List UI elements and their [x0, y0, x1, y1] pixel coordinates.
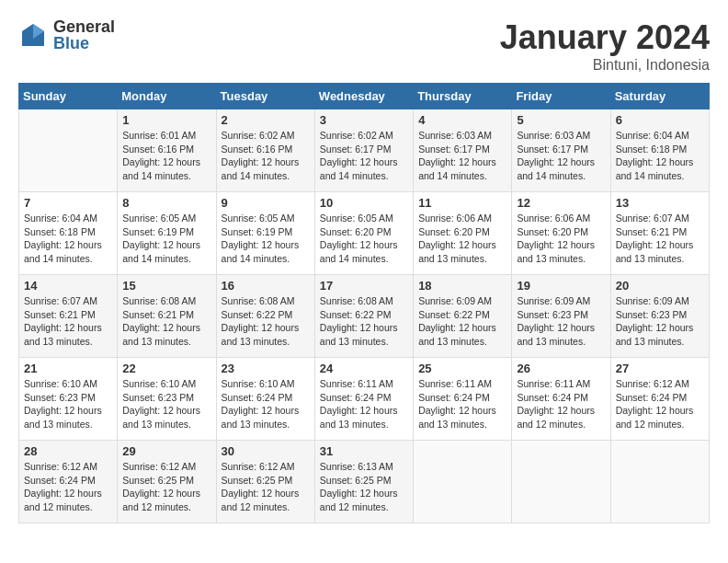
day-info: Sunrise: 6:08 AM Sunset: 6:22 PM Dayligh…	[222, 294, 310, 349]
calendar-week-4: 21Sunrise: 6:10 AM Sunset: 6:23 PM Dayli…	[19, 358, 710, 441]
day-info: Sunrise: 6:05 AM Sunset: 6:20 PM Dayligh…	[320, 212, 408, 266]
day-info: Sunrise: 6:09 AM Sunset: 6:23 PM Dayligh…	[517, 294, 605, 349]
calendar-cell: 30Sunrise: 6:12 AM Sunset: 6:25 PM Dayli…	[216, 441, 314, 523]
day-number: 3	[320, 113, 408, 127]
day-number: 10	[320, 196, 408, 210]
calendar-header-row: SundayMondayTuesdayWednesdayThursdayFrid…	[19, 84, 710, 109]
logo-general: General	[53, 18, 115, 35]
day-info: Sunrise: 6:06 AM Sunset: 6:20 PM Dayligh…	[517, 212, 605, 266]
calendar-cell: 13Sunrise: 6:07 AM Sunset: 6:21 PM Dayli…	[610, 192, 709, 275]
day-info: Sunrise: 6:12 AM Sunset: 6:24 PM Dayligh…	[24, 460, 112, 514]
calendar-cell: 3Sunrise: 6:02 AM Sunset: 6:17 PM Daylig…	[314, 109, 413, 192]
day-number: 19	[517, 279, 605, 293]
day-info: Sunrise: 6:12 AM Sunset: 6:24 PM Dayligh…	[616, 377, 704, 431]
calendar-cell: 26Sunrise: 6:11 AM Sunset: 6:24 PM Dayli…	[512, 358, 610, 441]
calendar-cell: 18Sunrise: 6:09 AM Sunset: 6:22 PM Dayli…	[414, 275, 512, 358]
day-header-saturday: Saturday	[610, 84, 709, 109]
day-header-wednesday: Wednesday	[314, 84, 413, 109]
calendar-week-5: 28Sunrise: 6:12 AM Sunset: 6:24 PM Dayli…	[19, 441, 710, 523]
day-number: 20	[616, 279, 704, 293]
day-info: Sunrise: 6:04 AM Sunset: 6:18 PM Dayligh…	[24, 212, 112, 266]
calendar-week-3: 14Sunrise: 6:07 AM Sunset: 6:21 PM Dayli…	[19, 275, 710, 358]
day-info: Sunrise: 6:06 AM Sunset: 6:20 PM Dayligh…	[418, 212, 506, 266]
calendar-cell: 10Sunrise: 6:05 AM Sunset: 6:20 PM Dayli…	[314, 192, 413, 275]
calendar-cell	[512, 441, 610, 523]
day-number: 14	[24, 279, 112, 293]
day-number: 31	[320, 444, 408, 458]
day-info: Sunrise: 6:02 AM Sunset: 6:16 PM Dayligh…	[222, 129, 310, 183]
subtitle: Bintuni, Indonesia	[500, 57, 710, 74]
day-info: Sunrise: 6:05 AM Sunset: 6:19 PM Dayligh…	[122, 212, 210, 266]
day-info: Sunrise: 6:13 AM Sunset: 6:25 PM Dayligh…	[320, 460, 408, 514]
logo-icon	[18, 20, 48, 50]
calendar-week-1: 1Sunrise: 6:01 AM Sunset: 6:16 PM Daylig…	[19, 109, 710, 192]
calendar-body: 1Sunrise: 6:01 AM Sunset: 6:16 PM Daylig…	[19, 109, 710, 523]
day-info: Sunrise: 6:10 AM Sunset: 6:23 PM Dayligh…	[122, 377, 210, 431]
calendar-cell: 15Sunrise: 6:08 AM Sunset: 6:21 PM Dayli…	[118, 275, 216, 358]
main-title: January 2024	[500, 18, 710, 57]
calendar-cell: 16Sunrise: 6:08 AM Sunset: 6:22 PM Dayli…	[216, 275, 314, 358]
day-info: Sunrise: 6:02 AM Sunset: 6:17 PM Dayligh…	[320, 129, 408, 183]
day-info: Sunrise: 6:10 AM Sunset: 6:24 PM Dayligh…	[222, 377, 310, 431]
calendar-week-2: 7Sunrise: 6:04 AM Sunset: 6:18 PM Daylig…	[19, 192, 710, 275]
day-number: 8	[122, 196, 210, 210]
day-info: Sunrise: 6:03 AM Sunset: 6:17 PM Dayligh…	[517, 129, 605, 183]
calendar-cell: 8Sunrise: 6:05 AM Sunset: 6:19 PM Daylig…	[118, 192, 216, 275]
calendar-cell: 6Sunrise: 6:04 AM Sunset: 6:18 PM Daylig…	[610, 109, 709, 192]
day-number: 11	[418, 196, 506, 210]
day-info: Sunrise: 6:09 AM Sunset: 6:22 PM Dayligh…	[418, 294, 506, 349]
day-number: 18	[418, 279, 506, 293]
calendar-cell: 24Sunrise: 6:11 AM Sunset: 6:24 PM Dayli…	[314, 358, 413, 441]
day-number: 2	[222, 113, 310, 127]
day-number: 21	[24, 362, 112, 375]
day-number: 13	[616, 196, 704, 210]
day-info: Sunrise: 6:01 AM Sunset: 6:16 PM Dayligh…	[122, 129, 210, 183]
day-number: 4	[418, 113, 506, 127]
day-header-friday: Friday	[512, 84, 610, 109]
calendar-cell: 19Sunrise: 6:09 AM Sunset: 6:23 PM Dayli…	[512, 275, 610, 358]
logo: General Blue	[18, 18, 115, 52]
day-number: 6	[616, 113, 704, 127]
calendar-cell: 11Sunrise: 6:06 AM Sunset: 6:20 PM Dayli…	[414, 192, 512, 275]
day-info: Sunrise: 6:11 AM Sunset: 6:24 PM Dayligh…	[418, 377, 506, 431]
calendar-cell: 23Sunrise: 6:10 AM Sunset: 6:24 PM Dayli…	[216, 358, 314, 441]
calendar-cell: 25Sunrise: 6:11 AM Sunset: 6:24 PM Dayli…	[414, 358, 512, 441]
calendar-cell: 28Sunrise: 6:12 AM Sunset: 6:24 PM Dayli…	[19, 441, 118, 523]
calendar-cell: 12Sunrise: 6:06 AM Sunset: 6:20 PM Dayli…	[512, 192, 610, 275]
day-number: 23	[222, 362, 310, 375]
day-info: Sunrise: 6:04 AM Sunset: 6:18 PM Dayligh…	[616, 129, 704, 183]
day-number: 29	[122, 444, 210, 458]
day-info: Sunrise: 6:09 AM Sunset: 6:23 PM Dayligh…	[616, 294, 704, 349]
calendar-cell: 1Sunrise: 6:01 AM Sunset: 6:16 PM Daylig…	[118, 109, 216, 192]
day-info: Sunrise: 6:08 AM Sunset: 6:21 PM Dayligh…	[122, 294, 210, 349]
day-info: Sunrise: 6:11 AM Sunset: 6:24 PM Dayligh…	[517, 377, 605, 431]
day-info: Sunrise: 6:12 AM Sunset: 6:25 PM Dayligh…	[222, 460, 310, 514]
day-number: 16	[222, 279, 310, 293]
day-number: 15	[122, 279, 210, 293]
calendar-cell: 27Sunrise: 6:12 AM Sunset: 6:24 PM Dayli…	[610, 358, 709, 441]
calendar-table: SundayMondayTuesdayWednesdayThursdayFrid…	[18, 83, 710, 523]
calendar-cell: 31Sunrise: 6:13 AM Sunset: 6:25 PM Dayli…	[314, 441, 413, 523]
day-info: Sunrise: 6:07 AM Sunset: 6:21 PM Dayligh…	[616, 212, 704, 266]
calendar-cell: 14Sunrise: 6:07 AM Sunset: 6:21 PM Dayli…	[19, 275, 118, 358]
day-number: 30	[222, 444, 310, 458]
day-header-tuesday: Tuesday	[216, 84, 314, 109]
calendar-cell: 21Sunrise: 6:10 AM Sunset: 6:23 PM Dayli…	[19, 358, 118, 441]
day-info: Sunrise: 6:11 AM Sunset: 6:24 PM Dayligh…	[320, 377, 408, 431]
page-header: General Blue January 2024 Bintuni, Indon…	[18, 18, 710, 74]
calendar-cell	[414, 441, 512, 523]
calendar-cell: 5Sunrise: 6:03 AM Sunset: 6:17 PM Daylig…	[512, 109, 610, 192]
calendar-cell: 9Sunrise: 6:05 AM Sunset: 6:19 PM Daylig…	[216, 192, 314, 275]
calendar-cell	[610, 441, 709, 523]
day-header-thursday: Thursday	[414, 84, 512, 109]
calendar-cell: 7Sunrise: 6:04 AM Sunset: 6:18 PM Daylig…	[19, 192, 118, 275]
title-area: January 2024 Bintuni, Indonesia	[500, 18, 710, 74]
day-info: Sunrise: 6:03 AM Sunset: 6:17 PM Dayligh…	[418, 129, 506, 183]
calendar-cell: 22Sunrise: 6:10 AM Sunset: 6:23 PM Dayli…	[118, 358, 216, 441]
day-info: Sunrise: 6:05 AM Sunset: 6:19 PM Dayligh…	[222, 212, 310, 266]
day-number: 17	[320, 279, 408, 293]
logo-blue: Blue	[53, 35, 115, 52]
day-info: Sunrise: 6:10 AM Sunset: 6:23 PM Dayligh…	[24, 377, 112, 431]
day-number: 27	[616, 362, 704, 375]
calendar-cell: 2Sunrise: 6:02 AM Sunset: 6:16 PM Daylig…	[216, 109, 314, 192]
